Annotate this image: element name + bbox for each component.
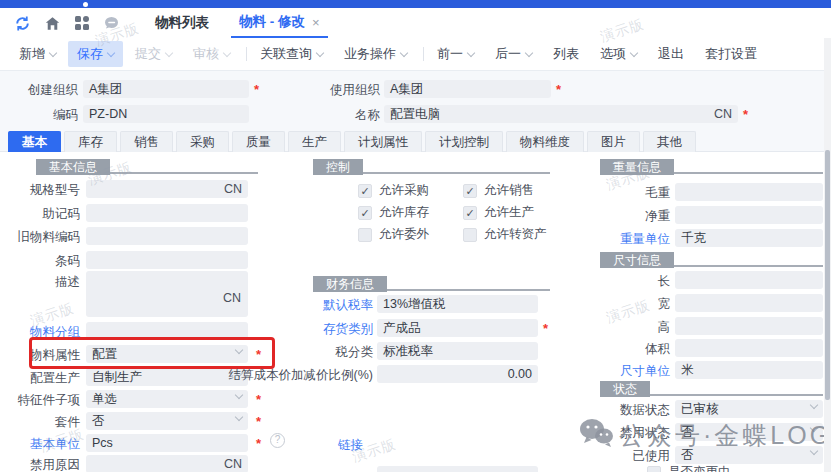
name-field[interactable]: 配置电脑CN — [384, 105, 738, 123]
audit-button-label: 审核 — [193, 45, 219, 63]
use-org-field[interactable]: A集团 — [384, 80, 551, 98]
allow-inventory-checkbox[interactable]: ✓允许库存 — [358, 204, 429, 221]
inventory-category-field[interactable]: 产成品 — [377, 319, 538, 337]
business-ops-button[interactable]: 业务操作 — [335, 41, 416, 67]
lang-tag: CN — [223, 291, 241, 305]
used-value: 否 — [681, 448, 694, 462]
help-icon[interactable]: ? — [270, 433, 285, 448]
spec-model-field[interactable]: CN — [86, 180, 248, 198]
size-unit-label[interactable]: 尺寸单位 — [600, 362, 670, 380]
disable-reason-field[interactable]: CN — [86, 455, 248, 472]
checkbox-unchecked[interactable] — [647, 466, 661, 472]
chevron-down-icon — [810, 401, 818, 409]
material-attr-select[interactable]: 配置 — [86, 345, 248, 363]
required-mark: * — [543, 320, 548, 338]
base-unit-field[interactable]: Pcs — [86, 434, 248, 452]
scrollbar-thumb[interactable] — [825, 150, 830, 400]
tax-rate-label[interactable]: 默认税率 — [270, 296, 373, 314]
data-status-select[interactable]: 已审核 — [675, 400, 823, 418]
tab-quality[interactable]: 质量 — [232, 131, 285, 152]
audit-button[interactable]: 审核 — [184, 41, 239, 67]
checkbox-unchecked[interactable] — [358, 228, 372, 242]
checkbox-checked[interactable]: ✓ — [463, 206, 477, 220]
weight-unit-field[interactable]: 千克 — [675, 229, 823, 247]
checkbox-checked[interactable]: ✓ — [358, 184, 372, 198]
apps-grid-icon[interactable] — [74, 15, 90, 31]
old-code-field[interactable] — [86, 227, 248, 245]
height-label: 高 — [600, 318, 670, 336]
gross-weight-label: 毛重 — [600, 184, 670, 202]
checkbox-unchecked[interactable] — [463, 228, 477, 242]
tab-inventory[interactable]: 库存 — [64, 131, 117, 152]
next-button[interactable]: 后一 — [486, 41, 541, 67]
tab-material-list[interactable]: 物料列表 — [147, 8, 217, 38]
save-button[interactable]: 保存 — [68, 41, 123, 67]
base-unit-label[interactable]: 基本单位 — [0, 435, 80, 453]
inventory-category-label[interactable]: 存货类别 — [270, 320, 373, 338]
tab-material-dimension[interactable]: 物料维度 — [506, 131, 584, 152]
height-field[interactable] — [675, 317, 823, 335]
home-icon[interactable] — [44, 15, 61, 32]
allow-sales-checkbox[interactable]: ✓允许销售 — [463, 182, 534, 199]
close-icon[interactable]: × — [312, 15, 320, 30]
tax-class-field[interactable]: 标准税率 — [377, 342, 538, 360]
print-setup-button[interactable]: 套打设置 — [696, 41, 766, 67]
new-button[interactable]: 新增 — [10, 41, 65, 67]
tax-rate-field[interactable]: 13%增值税 — [377, 295, 538, 313]
business-ops-label: 业务操作 — [344, 45, 396, 63]
link-button[interactable]: 链接 — [338, 437, 363, 454]
changing-checkbox[interactable]: 是否变更中 — [647, 464, 731, 472]
description-field[interactable]: CN — [86, 271, 248, 317]
feature-subitem-select[interactable]: 单选 — [86, 390, 248, 408]
used-select[interactable]: 否 — [675, 446, 823, 464]
chevron-down-icon — [630, 48, 638, 56]
message-icon[interactable] — [103, 14, 121, 32]
size-unit-field[interactable]: 米 — [675, 361, 823, 379]
tab-production[interactable]: 生产 — [288, 131, 341, 152]
allow-asset-checkbox[interactable]: 允许转资产 — [463, 226, 547, 243]
prev-button[interactable]: 前一 — [428, 41, 483, 67]
tab-plan-attr[interactable]: 计划属性 — [344, 131, 422, 152]
code-field[interactable]: PZ-DN — [83, 105, 249, 123]
name-lang-tag: CN — [714, 105, 732, 123]
volume-field[interactable] — [675, 339, 823, 357]
submit-button[interactable]: 提交 — [126, 41, 181, 67]
tab-plan-control[interactable]: 计划控制 — [425, 131, 503, 152]
tab-basic[interactable]: 基本 — [8, 131, 61, 152]
exit-button[interactable]: 退出 — [649, 41, 693, 67]
suite-select[interactable]: 否 — [86, 412, 248, 430]
allow-outsource-label: 允许委外 — [379, 226, 429, 243]
barcode-field[interactable] — [86, 251, 248, 269]
chevron-down-icon — [107, 48, 115, 56]
material-group-field[interactable] — [86, 322, 248, 340]
list-button[interactable]: 列表 — [544, 41, 588, 67]
tab-other[interactable]: 其他 — [643, 131, 696, 152]
checkbox-checked[interactable]: ✓ — [358, 206, 372, 220]
material-group-label[interactable]: 物料分组 — [0, 323, 80, 341]
allow-production-checkbox[interactable]: ✓允许生产 — [463, 204, 534, 221]
create-org-field[interactable]: A集团 — [83, 80, 249, 98]
mnemonic-field[interactable] — [86, 204, 248, 222]
width-field[interactable] — [675, 294, 823, 312]
gross-weight-field[interactable] — [675, 183, 823, 201]
tab-purchase[interactable]: 采购 — [176, 131, 229, 152]
cost-ratio-field[interactable]: 0.00 — [377, 365, 538, 383]
cropped-field[interactable] — [377, 466, 538, 472]
length-field[interactable] — [675, 271, 823, 289]
sync-icon[interactable] — [14, 15, 31, 32]
tab-picture[interactable]: 图片 — [587, 131, 640, 152]
options-button[interactable]: 选项 — [591, 41, 646, 67]
net-weight-field[interactable] — [675, 206, 823, 224]
chevron-down-icon — [467, 48, 475, 56]
status-section: 状态 — [600, 379, 823, 396]
related-query-button[interactable]: 关联查询 — [251, 41, 332, 67]
forbid-status-select[interactable]: 否 — [675, 423, 823, 441]
allow-outsource-checkbox[interactable]: 允许委外 — [358, 226, 429, 243]
tab-sales[interactable]: 销售 — [120, 131, 173, 152]
forbid-status-value: 否 — [681, 425, 694, 439]
allow-purchase-checkbox[interactable]: ✓允许采购 — [358, 182, 429, 199]
weight-unit-label[interactable]: 重量单位 — [600, 230, 670, 248]
config-prod-select[interactable]: 自制生产 — [86, 368, 248, 386]
tab-material-edit[interactable]: 物料 - 修改 × — [231, 8, 328, 38]
checkbox-checked[interactable]: ✓ — [463, 184, 477, 198]
